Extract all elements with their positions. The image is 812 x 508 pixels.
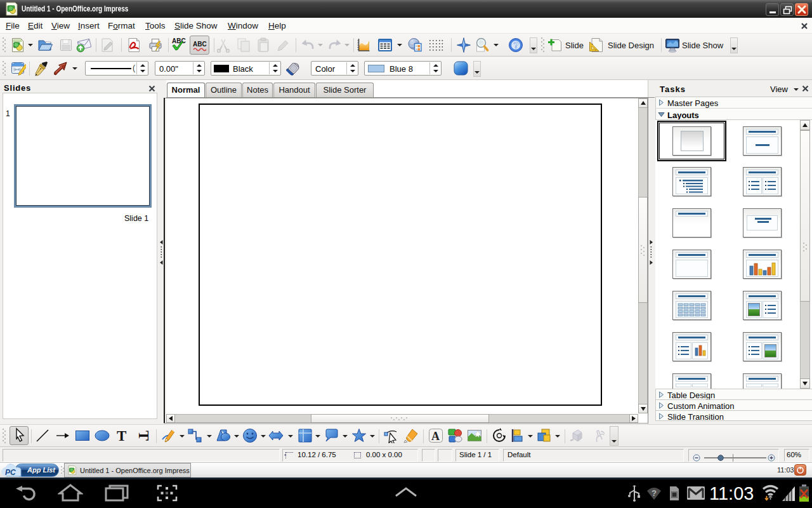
svg-text:?: ? <box>513 40 519 50</box>
svg-text:ABC: ABC <box>193 41 207 48</box>
svg-text:PC: PC <box>5 468 16 477</box>
svg-text:?: ? <box>652 488 657 498</box>
svg-text:A: A <box>431 430 440 443</box>
